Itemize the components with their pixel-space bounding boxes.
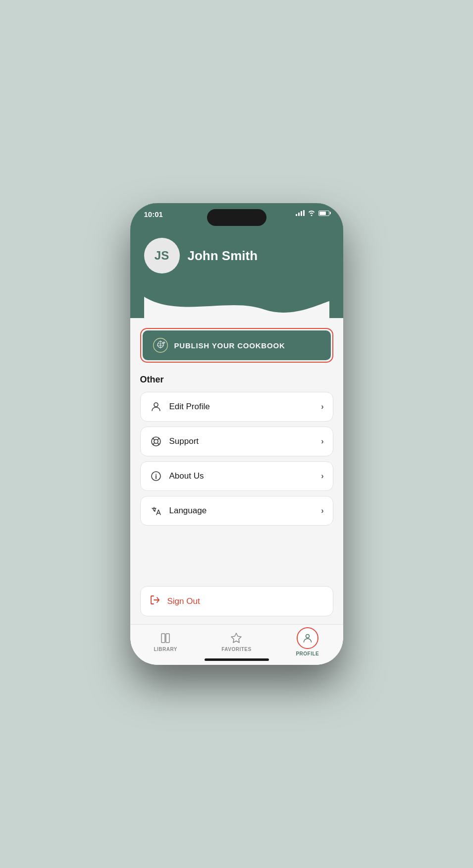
publish-cookbook-button[interactable]: PUBLISH YOUR COOKBOOK	[143, 330, 331, 360]
cookbook-icon	[153, 337, 168, 353]
about-us-label: About Us	[169, 471, 315, 481]
edit-profile-label: Edit Profile	[169, 402, 315, 412]
publish-btn-label: PUBLISH YOUR COOKBOOK	[174, 341, 285, 350]
signal-bars-icon	[296, 210, 305, 216]
nav-label-profile: PROFILE	[296, 651, 319, 656]
support-icon	[150, 435, 162, 448]
publish-btn-wrapper: PUBLISH YOUR COOKBOOK	[140, 328, 333, 363]
signal-bar-2	[298, 213, 300, 216]
svg-point-9	[156, 474, 157, 475]
chevron-right-icon: ›	[321, 472, 323, 481]
signal-bar-1	[296, 214, 297, 216]
support-label: Support	[169, 436, 315, 446]
chevron-right-icon: ›	[321, 506, 323, 515]
nav-item-library[interactable]: LIBRARY	[130, 632, 201, 652]
avatar: JS	[144, 238, 180, 273]
phone-shell: 10:01 JS	[130, 203, 343, 665]
language-label: Language	[169, 506, 315, 516]
avatar-initials: JS	[155, 249, 169, 263]
chevron-right-icon: ›	[321, 402, 323, 411]
svg-line-4	[153, 438, 154, 439]
nav-item-favorites[interactable]: FAVORITES	[201, 632, 272, 652]
translate-icon	[150, 504, 162, 517]
menu-item-language[interactable]: Language ›	[140, 496, 333, 526]
svg-point-14	[306, 635, 309, 638]
signout-icon	[150, 595, 160, 608]
user-name: John Smith	[188, 248, 258, 264]
menu-list: Edit Profile ›	[140, 392, 333, 526]
svg-line-6	[158, 443, 158, 444]
svg-point-1	[154, 403, 158, 407]
signal-bar-4	[303, 210, 305, 216]
other-section: Other Edit Profile ›	[140, 375, 333, 526]
main-content: PUBLISH YOUR COOKBOOK Other	[130, 318, 343, 586]
menu-item-about-us[interactable]: About Us ›	[140, 461, 333, 491]
info-icon	[150, 470, 162, 483]
svg-rect-13	[166, 634, 169, 643]
svg-rect-12	[161, 634, 165, 643]
nav-item-profile[interactable]: PROFILE	[272, 627, 343, 656]
nav-label-favorites: FAVORITES	[221, 647, 251, 652]
profile-nav-icon	[297, 627, 318, 649]
profile-header: JS John Smith	[144, 238, 329, 293]
svg-line-5	[158, 438, 158, 439]
dynamic-island	[207, 209, 266, 226]
signout-area: Sign Out	[130, 586, 343, 624]
section-label-other: Other	[140, 375, 333, 385]
wave-divider	[144, 293, 329, 318]
sign-out-button[interactable]: Sign Out	[140, 586, 333, 616]
book-icon	[159, 632, 172, 645]
star-icon	[230, 632, 243, 645]
svg-point-3	[154, 439, 158, 443]
svg-line-7	[153, 443, 154, 444]
wifi-icon	[308, 210, 315, 216]
home-indicator	[205, 658, 269, 661]
status-icons	[296, 210, 329, 216]
menu-item-support[interactable]: Support ›	[140, 427, 333, 456]
battery-fill	[319, 212, 326, 215]
signal-bar-3	[301, 211, 302, 216]
nav-label-library: LIBRARY	[154, 647, 177, 652]
phone-screen: 10:01 JS	[130, 203, 343, 665]
person-icon	[150, 400, 162, 413]
battery-icon	[318, 211, 329, 216]
menu-item-edit-profile[interactable]: Edit Profile ›	[140, 392, 333, 422]
chevron-right-icon: ›	[321, 437, 323, 446]
header-area: JS John Smith	[130, 230, 343, 318]
sign-out-label: Sign Out	[167, 597, 200, 606]
